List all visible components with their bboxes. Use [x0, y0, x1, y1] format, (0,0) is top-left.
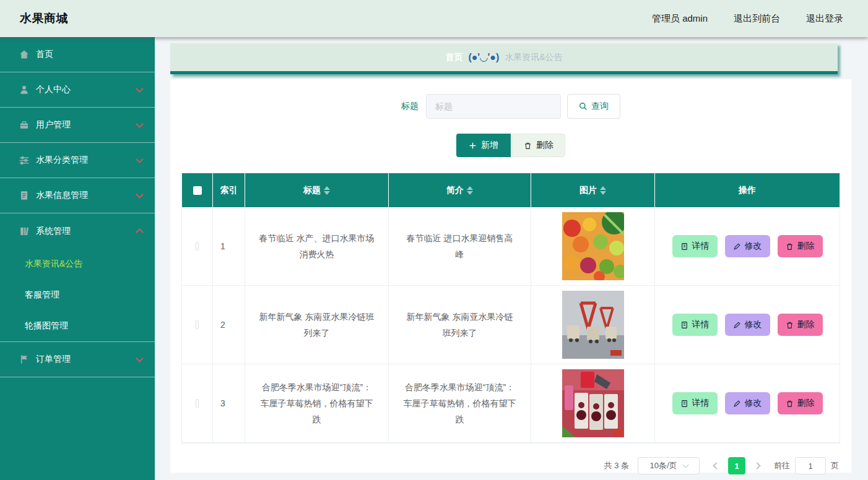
admin-user-link[interactable]: 管理员 admin	[652, 13, 708, 25]
news-table: 索引 标题 简介 图片 操作	[181, 173, 840, 444]
cherry-strawberry-market-image[interactable]	[562, 369, 624, 437]
delete-button-label: 删除	[797, 241, 815, 252]
pencil-icon	[733, 321, 741, 329]
edit-button[interactable]: 修改	[725, 392, 770, 414]
table-toolbar: 新增 删除	[170, 134, 851, 157]
column-header-image[interactable]: 图片	[531, 173, 655, 207]
delete-button-label: 删除	[797, 398, 815, 409]
sidebar-item-system-management[interactable]: 系统管理	[0, 213, 155, 249]
sidebar: 首页 个人中心 用户管理 水果分类管理 水果信息管理	[0, 37, 155, 480]
table-header-row: 索引 标题 简介 图片 操作	[182, 173, 840, 207]
detail-button[interactable]: 详情	[672, 235, 718, 257]
chevron-down-icon	[136, 155, 144, 163]
detail-button[interactable]: 详情	[672, 314, 718, 336]
row-select-cell	[182, 364, 213, 443]
logout-link[interactable]: 退出登录	[806, 13, 843, 25]
prev-page-button[interactable]	[708, 457, 724, 474]
search-field-label: 标题	[401, 101, 419, 112]
chevron-left-icon	[713, 462, 719, 469]
row-index: 3	[213, 364, 245, 443]
detail-doc-icon	[680, 400, 688, 408]
next-page-button[interactable]	[749, 457, 765, 474]
pencil-icon	[733, 242, 741, 251]
trash-icon	[524, 142, 532, 150]
title-search-input[interactable]	[426, 94, 561, 119]
sidebar-item-user-management[interactable]: 用户管理	[0, 108, 155, 143]
query-button[interactable]: 查询	[567, 94, 620, 119]
sort-icon[interactable]	[324, 186, 330, 195]
breadcrumb-separator-emoticon: (●'◡'●)	[468, 51, 499, 63]
row-index: 2	[213, 286, 245, 364]
flag-icon	[19, 354, 30, 365]
main-content: 首页 (●'◡'●) 水果资讯&公告 标题 查询 新增	[155, 37, 868, 480]
delete-button-label: 删除	[797, 319, 815, 330]
column-header-title[interactable]: 标题	[245, 173, 389, 207]
chevron-up-icon	[136, 228, 144, 236]
submenu-item-carousel-management[interactable]: 轮播图管理	[0, 311, 155, 341]
edit-button[interactable]: 修改	[725, 235, 770, 257]
edit-button[interactable]: 修改	[725, 314, 770, 336]
chevron-right-icon	[753, 462, 760, 469]
bulk-delete-button[interactable]: 删除	[512, 134, 565, 157]
row-title: 合肥冬季水果市场迎“顶流”：车厘子草莓热销，价格有望下跌	[245, 364, 389, 443]
app-header: 水果商城 管理员 admin 退出到前台 退出登录	[0, 0, 868, 37]
row-checkbox[interactable]	[196, 320, 199, 329]
bulk-delete-button-label: 删除	[536, 140, 553, 151]
detail-button-label: 详情	[692, 241, 710, 252]
row-actions-cell: 详情 修改	[655, 286, 840, 364]
briefcase-icon	[19, 119, 30, 131]
page-number-1[interactable]: 1	[728, 457, 745, 474]
pencil-icon	[733, 400, 741, 408]
row-title: 春节临近 水产、进口水果市场消费火热	[245, 207, 389, 286]
row-checkbox[interactable]	[196, 242, 199, 251]
submenu-item-customer-service-management[interactable]: 客服管理	[0, 280, 155, 311]
select-all-checkbox[interactable]	[193, 186, 202, 195]
fruits-assortment-image[interactable]	[562, 212, 624, 280]
sidebar-item-personal-center[interactable]: 个人中心	[0, 72, 155, 108]
chevron-down-icon	[136, 191, 144, 199]
user-icon	[19, 84, 30, 95]
port-cold-chain-train-image[interactable]	[562, 291, 624, 359]
trash-icon	[786, 321, 794, 329]
row-checkbox[interactable]	[196, 399, 199, 408]
sidebar-item-order-management[interactable]: 订单管理	[0, 342, 155, 377]
exit-to-front-link[interactable]: 退出到前台	[734, 13, 780, 25]
chevron-down-icon	[682, 462, 688, 468]
sidebar-item-label: 用户管理	[36, 119, 137, 131]
home-icon	[19, 49, 30, 60]
table-row: 3 合肥冬季水果市场迎“顶流”：车厘子草莓热销，价格有望下跌 合肥冬季水果市场迎…	[182, 364, 840, 443]
notebook-icon	[19, 226, 30, 237]
sidebar-item-label: 订单管理	[36, 354, 137, 365]
add-button[interactable]: 新增	[456, 134, 511, 157]
detail-button[interactable]: 详情	[672, 392, 718, 414]
search-form: 标题 查询	[170, 94, 851, 119]
row-intro: 新年新气象 东南亚水果冷链班列来了	[389, 286, 531, 364]
column-header-intro-label: 简介	[446, 185, 464, 196]
table-row: 1 春节临近 水产、进口水果市场消费火热 春节临近 进口水果迎销售高峰	[182, 207, 840, 286]
breadcrumb-home[interactable]: 首页	[445, 52, 462, 63]
document-icon	[19, 190, 30, 201]
delete-button[interactable]: 删除	[778, 235, 823, 257]
row-intro: 合肥冬季水果市场迎“顶流”：车厘子草莓热销，价格有望下跌	[389, 364, 531, 443]
sidebar-item-fruit-category-management[interactable]: 水果分类管理	[0, 143, 155, 178]
row-title: 新年新气象 东南亚水果冷链班列来了	[245, 286, 389, 364]
sidebar-item-label: 个人中心	[36, 84, 137, 95]
submenu-item-fruit-news-announcements[interactable]: 水果资讯&公告	[0, 249, 155, 280]
detail-doc-icon	[680, 321, 688, 329]
row-image-cell	[531, 364, 655, 443]
delete-button[interactable]: 删除	[778, 392, 823, 414]
sidebar-item-home[interactable]: 首页	[0, 37, 155, 72]
add-button-label: 新增	[481, 140, 498, 151]
goto-page-input[interactable]	[795, 457, 826, 474]
sort-icon[interactable]	[467, 186, 473, 195]
edit-button-label: 修改	[745, 398, 762, 409]
column-header-intro[interactable]: 简介	[389, 173, 531, 207]
sidebar-item-label: 首页	[36, 49, 142, 60]
sidebar-item-label: 系统管理	[36, 226, 137, 237]
delete-button[interactable]: 删除	[778, 314, 823, 336]
page-size-select[interactable]: 10条/页	[638, 457, 700, 474]
row-index: 1	[213, 207, 245, 286]
chevron-down-icon	[136, 85, 144, 93]
sort-icon[interactable]	[600, 186, 606, 195]
sidebar-item-fruit-info-management[interactable]: 水果信息管理	[0, 178, 155, 213]
